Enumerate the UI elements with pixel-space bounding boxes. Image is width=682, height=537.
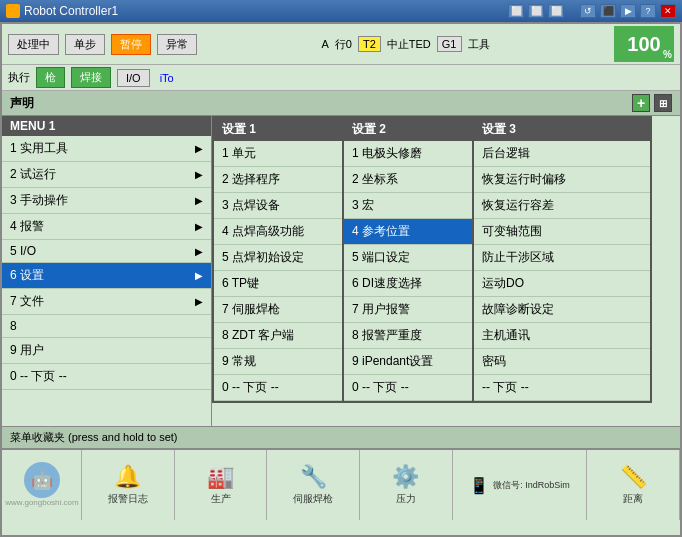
- footer-nav: 🤖 www.gongboshi.com 🔔 报警日志 🏭 生产 🔧 伺服焊枪 ⚙…: [2, 448, 680, 520]
- stop-label: 中止TED: [387, 37, 431, 52]
- menu1-item-9[interactable]: 9 用户: [2, 338, 211, 364]
- servo-gun-label: 伺服焊枪: [293, 492, 333, 506]
- percent-box: 100 %: [614, 26, 674, 62]
- gun-btn[interactable]: 枪: [36, 67, 65, 88]
- menu4-item-1[interactable]: 后台逻辑: [474, 141, 650, 167]
- menu1-item-1[interactable]: 1 实用工具▶: [2, 136, 211, 162]
- alarm-label: 报警日志: [108, 492, 148, 506]
- footer-pressure[interactable]: ⚙️ 压力: [360, 450, 453, 520]
- error-btn[interactable]: 异常: [157, 34, 197, 55]
- wechat-label: 微信号: IndRobSim: [493, 479, 570, 492]
- footer-wechat[interactable]: 📱 微信号: IndRobSim: [453, 450, 588, 520]
- menu1-item-4[interactable]: 4 报警▶: [2, 214, 211, 240]
- add-icon[interactable]: +: [632, 94, 650, 112]
- window-controls: ⬜ ⬜ ⬜ ↺ ⬛ ▶ ? ✕: [508, 4, 676, 18]
- section-header: 声明 + ⊞: [2, 91, 680, 116]
- title-bar: Robot Controller1 ⬜ ⬜ ⬜ ↺ ⬛ ▶ ? ✕: [0, 0, 682, 22]
- alarm-icon: 🔔: [114, 464, 141, 490]
- menu1-item-7[interactable]: 7 文件▶: [2, 289, 211, 315]
- icon-btn-2[interactable]: ⬜: [528, 4, 544, 18]
- pressure-icon: ⚙️: [392, 464, 419, 490]
- close-btn[interactable]: ✕: [660, 4, 676, 18]
- tool-label: 工具: [468, 37, 490, 52]
- menu4-item-9[interactable]: 密码: [474, 349, 650, 375]
- label-a: A: [322, 38, 329, 50]
- bottom-bar: 菜单收藏夹 (press and hold to set): [2, 426, 680, 448]
- forward-btn[interactable]: ▶: [620, 4, 636, 18]
- label-hang: 行0: [335, 37, 352, 52]
- menu4-item-5[interactable]: 防止干涉区域: [474, 245, 650, 271]
- menu1-item-5[interactable]: 5 I/O▶: [2, 240, 211, 263]
- menu1-item-6[interactable]: 6 设置▶: [2, 263, 211, 289]
- menu1-item-2[interactable]: 2 试运行▶: [2, 162, 211, 188]
- pressure-label: 压力: [396, 492, 416, 506]
- reset-btn[interactable]: ↺: [580, 4, 596, 18]
- production-icon: 🏭: [207, 464, 234, 490]
- footer-production[interactable]: 🏭 生产: [175, 450, 268, 520]
- distance-icon: 📏: [620, 464, 647, 490]
- t2-tag: T2: [358, 36, 381, 52]
- grid-icon[interactable]: ⊞: [654, 94, 672, 112]
- main-window: 处理中 单步 暂停 异常 A 行0 T2 中止TED G1 工具 100 % 执…: [0, 22, 682, 537]
- menu-col-1: MENU 1 1 实用工具▶ 2 试运行▶ 3 手动操作▶ 4 报警▶ 5 I/…: [2, 116, 212, 426]
- menu1-item-8[interactable]: 8: [2, 315, 211, 338]
- footer-alarm[interactable]: 🔔 报警日志: [82, 450, 175, 520]
- menu1-item-0[interactable]: 0 -- 下页 --: [2, 364, 211, 390]
- window-title: Robot Controller1: [24, 4, 118, 18]
- menu4-item-3[interactable]: 恢复运行容差: [474, 193, 650, 219]
- weld-btn[interactable]: 焊接: [71, 67, 111, 88]
- menu1-header: MENU 1: [2, 116, 211, 136]
- distance-label: 距离: [623, 492, 643, 506]
- servo-gun-icon: 🔧: [300, 464, 327, 490]
- production-label: 生产: [211, 492, 231, 506]
- footer-distance[interactable]: 📏 距离: [587, 450, 680, 520]
- icon-btn-1[interactable]: ⬜: [508, 4, 524, 18]
- menu1-item-3[interactable]: 3 手动操作▶: [2, 188, 211, 214]
- back-btn[interactable]: ⬛: [600, 4, 616, 18]
- icon-btn-3[interactable]: ⬜: [548, 4, 564, 18]
- help-btn[interactable]: ?: [640, 4, 656, 18]
- wechat-icon: 📱: [469, 476, 489, 495]
- menu4-item-6[interactable]: 运动DO: [474, 271, 650, 297]
- menu4-item-8[interactable]: 主机通讯: [474, 323, 650, 349]
- step-btn[interactable]: 单步: [65, 34, 105, 55]
- processing-btn[interactable]: 处理中: [8, 34, 59, 55]
- footer-servo-gun[interactable]: 🔧 伺服焊枪: [267, 450, 360, 520]
- menu4-header: 设置 3: [474, 118, 650, 141]
- menu4-item-4[interactable]: 可变轴范围: [474, 219, 650, 245]
- dropdown-menu4: 设置 3 后台逻辑 恢复运行时偏移 恢复运行容差 可变轴范围 防止干涉区域 运动…: [472, 116, 652, 403]
- app-icon: [6, 4, 20, 18]
- exec-label: 执行: [8, 70, 30, 85]
- ito-text: iTo: [160, 72, 174, 84]
- io-btn[interactable]: I/O: [117, 69, 150, 87]
- menu4-item-2[interactable]: 恢复运行时偏移: [474, 167, 650, 193]
- g1-tag: G1: [437, 36, 462, 52]
- menu4-item-0[interactable]: -- 下页 --: [474, 375, 650, 401]
- pause-btn[interactable]: 暂停: [111, 34, 151, 55]
- menu4-item-7[interactable]: 故障诊断设定: [474, 297, 650, 323]
- menu-area: MENU 1 1 实用工具▶ 2 试运行▶ 3 手动操作▶ 4 报警▶ 5 I/…: [2, 116, 680, 426]
